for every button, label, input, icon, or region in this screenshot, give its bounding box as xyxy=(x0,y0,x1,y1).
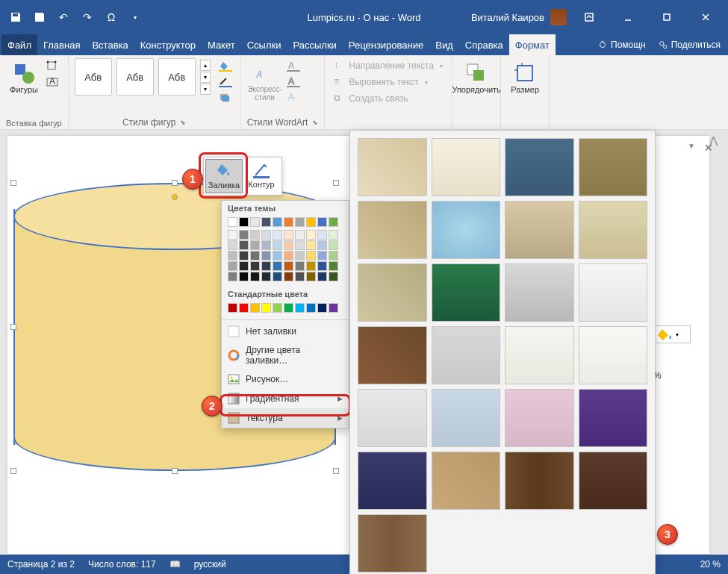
texture-swatch[interactable] xyxy=(358,138,427,196)
undo-icon[interactable]: ↶ xyxy=(54,7,73,27)
shape-effects-icon[interactable] xyxy=(218,91,233,104)
color-swatch[interactable] xyxy=(228,230,237,240)
color-swatch[interactable] xyxy=(261,261,271,271)
color-swatch[interactable] xyxy=(284,303,293,313)
color-swatch[interactable] xyxy=(306,251,316,261)
texture-swatch[interactable] xyxy=(505,138,574,196)
color-swatch[interactable] xyxy=(250,272,260,281)
color-swatch[interactable] xyxy=(284,230,293,240)
texture-swatch[interactable] xyxy=(358,326,427,384)
color-swatch[interactable] xyxy=(329,217,338,227)
tab-insert[interactable]: Вставка xyxy=(86,34,134,55)
color-swatch[interactable] xyxy=(239,217,249,227)
texture-swatch[interactable] xyxy=(358,389,427,447)
maximize-icon[interactable] xyxy=(650,6,683,28)
color-swatch[interactable] xyxy=(239,240,249,250)
color-swatch[interactable] xyxy=(306,303,316,313)
texture-swatch[interactable] xyxy=(432,201,501,259)
color-swatch[interactable] xyxy=(239,261,249,271)
color-swatch[interactable] xyxy=(273,251,282,261)
edit-shape-icon[interactable] xyxy=(45,60,60,73)
color-swatch[interactable] xyxy=(295,230,305,240)
gallery-down-icon[interactable]: ▾ xyxy=(200,72,211,83)
gallery-more-icon[interactable]: ▾ xyxy=(200,84,211,95)
tab-format[interactable]: Формат xyxy=(509,34,556,55)
dialog-launcher-icon[interactable]: ⬊ xyxy=(180,119,186,126)
color-swatch[interactable] xyxy=(306,261,316,271)
color-swatch[interactable] xyxy=(250,230,260,240)
tab-design[interactable]: Конструктор xyxy=(134,34,202,55)
zoom-level[interactable]: 20 % xyxy=(700,559,721,570)
tab-home[interactable]: Главная xyxy=(37,34,86,55)
color-swatch[interactable] xyxy=(284,240,293,250)
shapes-button[interactable]: Фигуры xyxy=(6,58,42,97)
texture-swatch[interactable] xyxy=(505,389,574,447)
resize-handle[interactable] xyxy=(172,468,178,474)
color-swatch[interactable] xyxy=(317,230,327,240)
avatar[interactable] xyxy=(550,9,567,25)
texture-swatch[interactable] xyxy=(358,514,427,573)
texture-swatch[interactable] xyxy=(432,138,501,196)
color-swatch[interactable] xyxy=(273,240,282,250)
color-swatch[interactable] xyxy=(228,261,237,271)
resize-handle[interactable] xyxy=(10,324,16,330)
color-swatch[interactable] xyxy=(239,303,249,313)
color-swatch[interactable] xyxy=(295,303,305,313)
color-swatch[interactable] xyxy=(261,217,271,227)
color-swatch[interactable] xyxy=(284,251,293,261)
style-preset[interactable]: Абв xyxy=(158,58,196,96)
save-icon[interactable] xyxy=(30,7,49,27)
texture-swatch[interactable] xyxy=(579,138,648,196)
color-swatch[interactable] xyxy=(295,272,305,281)
color-swatch[interactable] xyxy=(306,272,316,281)
color-swatch[interactable] xyxy=(261,251,271,261)
resize-handle[interactable] xyxy=(333,468,339,474)
gallery-up-icon[interactable]: ▴ xyxy=(200,60,211,71)
color-swatch[interactable] xyxy=(273,217,282,227)
color-swatch[interactable] xyxy=(317,303,327,313)
color-swatch[interactable] xyxy=(329,251,338,261)
tab-layout[interactable]: Макет xyxy=(202,34,241,55)
color-swatch[interactable] xyxy=(317,240,327,250)
color-swatch[interactable] xyxy=(295,261,305,271)
page-indicator[interactable]: Страница 2 из 2 xyxy=(7,559,75,570)
color-swatch[interactable] xyxy=(306,240,316,250)
style-preset[interactable]: Абв xyxy=(75,58,112,96)
spellcheck-icon[interactable]: 📖 xyxy=(169,559,181,570)
color-swatch[interactable] xyxy=(284,272,293,281)
resize-handle[interactable] xyxy=(172,180,178,186)
color-swatch[interactable] xyxy=(329,261,338,271)
texture-swatch[interactable] xyxy=(579,263,648,322)
texture-swatch[interactable] xyxy=(358,263,427,322)
close-icon[interactable] xyxy=(689,6,722,28)
resize-handle[interactable] xyxy=(10,468,16,474)
tab-references[interactable]: Ссылки xyxy=(241,34,287,55)
qat-dropdown-icon[interactable]: ▾ xyxy=(125,7,145,27)
color-swatch[interactable] xyxy=(239,272,249,281)
tab-file[interactable]: Файл xyxy=(1,34,37,55)
texture-swatch[interactable] xyxy=(579,201,648,259)
adjust-handle[interactable] xyxy=(172,194,178,200)
text-box-icon[interactable]: A xyxy=(45,75,60,89)
texture-swatch[interactable] xyxy=(579,326,648,384)
color-swatch[interactable] xyxy=(317,261,327,271)
color-swatch[interactable] xyxy=(239,230,249,240)
redo-icon[interactable]: ↷ xyxy=(78,7,97,27)
language-indicator[interactable]: русский xyxy=(194,559,226,570)
color-swatch[interactable] xyxy=(273,272,282,281)
texture-swatch[interactable] xyxy=(358,452,427,510)
quick-styles-button[interactable]: A Экспресс-стили xyxy=(247,58,283,104)
color-swatch[interactable] xyxy=(228,272,237,281)
gradient-fill-item[interactable]: Градиентная ▶ xyxy=(222,389,349,408)
texture-fill-item[interactable]: Текстура ▶ xyxy=(222,408,349,428)
color-swatch[interactable] xyxy=(239,251,249,261)
color-swatch[interactable] xyxy=(317,251,327,261)
texture-swatch[interactable] xyxy=(358,201,427,259)
color-swatch[interactable] xyxy=(261,272,271,281)
minimize-icon[interactable] xyxy=(612,6,644,28)
arrange-button[interactable]: Упорядочить xyxy=(458,58,494,97)
texture-swatch[interactable] xyxy=(432,452,501,510)
dialog-launcher-icon[interactable]: ⬊ xyxy=(312,119,318,126)
color-swatch[interactable] xyxy=(295,251,305,261)
texture-swatch[interactable] xyxy=(505,263,574,322)
